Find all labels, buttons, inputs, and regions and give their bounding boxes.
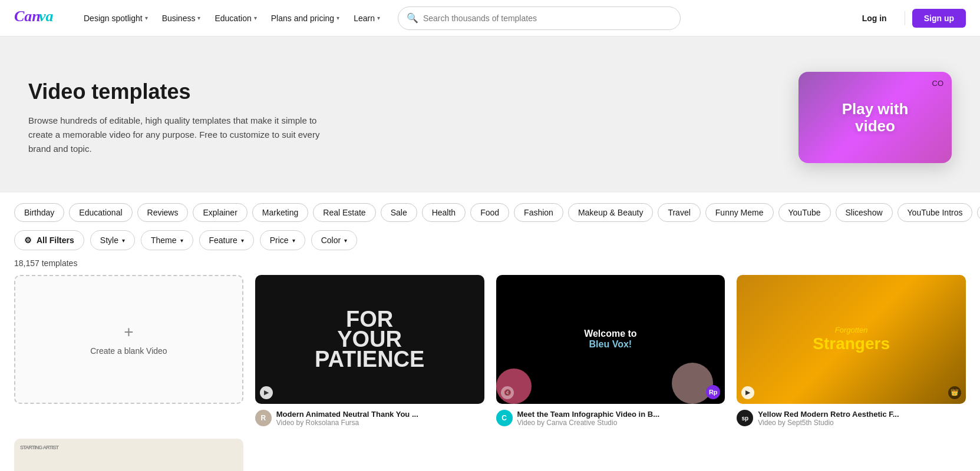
- category-pill-realestate[interactable]: Real Estate: [313, 203, 375, 222]
- canva-rp-badge: Rp: [706, 385, 720, 399]
- price-filter-button[interactable]: Price ▾: [260, 230, 305, 250]
- svg-text:Can: Can: [14, 8, 41, 25]
- chevron-down-icon: ▾: [241, 237, 244, 244]
- thumb-event-info: STARTING ARTIST: [20, 445, 58, 450]
- login-button[interactable]: Log in: [852, 9, 897, 28]
- category-pill-educational[interactable]: Educational: [69, 203, 132, 222]
- play-button[interactable]: 🔇: [501, 386, 514, 399]
- nav-business[interactable]: Business ▾: [156, 10, 207, 26]
- category-pill-travel[interactable]: Travel: [658, 203, 700, 222]
- svg-text:va: va: [39, 8, 54, 25]
- navbar: Can va Design spotlight ▾ Business ▾ Edu…: [0, 0, 980, 37]
- play-button[interactable]: ▶: [741, 386, 754, 399]
- play-indicator: ▶: [741, 386, 754, 399]
- hero-logo: CO: [932, 79, 944, 88]
- category-pill-sliceshow[interactable]: Sliceshow: [836, 203, 893, 222]
- feature-filter-button[interactable]: Feature ▾: [199, 230, 254, 250]
- chevron-down-icon: ▾: [122, 237, 125, 244]
- category-pill-birthday[interactable]: Birthday: [14, 203, 64, 222]
- thumb-text: Welcome toBleu Vox!: [578, 323, 643, 356]
- template-title: Meet the Team Infographic Video in B...: [517, 410, 725, 419]
- deco-circle: [672, 363, 713, 404]
- divider: [905, 11, 905, 25]
- template-subtitle: Video by Canva Creative Studio: [517, 419, 725, 427]
- category-pill-youtube[interactable]: YouTube: [778, 203, 831, 222]
- chevron-down-icon: ▾: [377, 15, 380, 21]
- search-input[interactable]: [423, 14, 672, 23]
- template-thumbnail: Welcome toBleu Vox! 🔇 Rp: [496, 275, 725, 404]
- category-scroll-next[interactable]: ›: [977, 204, 980, 221]
- category-pill-funnymeme[interactable]: Funny Meme: [705, 203, 774, 222]
- canva-logo[interactable]: Can va: [14, 7, 61, 29]
- template-info: C Meet the Team Infographic Video in B..…: [496, 410, 725, 427]
- template-thumbnail: Forgotten Strangers ▶ 👑: [737, 275, 966, 404]
- chevron-down-icon: ▾: [336, 15, 339, 21]
- template-thumbnail: STARTING ARTIST LIVEMUSIC 09/20 - 09/24 …: [14, 439, 243, 471]
- chevron-down-icon: ▾: [292, 237, 295, 244]
- style-filter-button[interactable]: Style ▾: [90, 230, 135, 250]
- chevron-down-icon: ▾: [145, 15, 148, 21]
- hero-promo-text: Play with video: [842, 101, 909, 134]
- color-filter-button[interactable]: Color ▾: [311, 230, 357, 250]
- template-card-livemusic[interactable]: STARTING ARTIST LIVEMUSIC 09/20 - 09/24 …: [14, 439, 243, 471]
- nav-education[interactable]: Education ▾: [209, 10, 262, 26]
- create-blank-card[interactable]: + Create a blank Video: [14, 275, 243, 427]
- hero-section: Video templates Browse hundreds of edita…: [0, 37, 980, 193]
- play-indicator: ▶: [260, 386, 273, 399]
- create-blank-area[interactable]: + Create a blank Video: [14, 275, 243, 404]
- category-pill-makeupbeauty[interactable]: Makeup & Beauty: [568, 203, 654, 222]
- play-button[interactable]: ▶: [260, 386, 273, 399]
- category-pill-explainer[interactable]: Explainer: [193, 203, 247, 222]
- category-pill-food[interactable]: Food: [470, 203, 509, 222]
- template-subtitle: Video by Sept5th Studio: [758, 419, 966, 427]
- template-text: Yellow Red Modern Retro Aesthetic F... V…: [758, 410, 966, 427]
- filter-icon: ⚙: [24, 236, 32, 245]
- chevron-down-icon: ▾: [344, 237, 347, 244]
- filter-row: ⚙ All Filters Style ▾ Theme ▾ Feature ▾ …: [0, 222, 980, 256]
- template-card-patience[interactable]: FORYOURPATIENCE ▶ R Modern Animated Neut…: [255, 275, 484, 427]
- plus-icon: +: [124, 323, 133, 341]
- category-pill-marketing[interactable]: Marketing: [252, 203, 308, 222]
- hero-promo-image: CO Play with video: [798, 72, 952, 163]
- template-text: Modern Animated Neutral Thank You ... Vi…: [276, 410, 484, 427]
- template-info: R Modern Animated Neutral Thank You ... …: [255, 410, 484, 427]
- template-title: Yellow Red Modern Retro Aesthetic F...: [758, 410, 966, 419]
- template-thumbnail: FORYOURPATIENCE ▶: [255, 275, 484, 404]
- category-pill-sale[interactable]: Sale: [381, 203, 417, 222]
- thumb-text: FORYOURPATIENCE: [315, 309, 425, 370]
- all-filters-button[interactable]: ⚙ All Filters: [14, 230, 84, 250]
- template-count: 18,157 templates: [0, 256, 980, 275]
- crown-badge: 👑: [948, 386, 961, 399]
- hero-text: Video templates Browse hundreds of edita…: [28, 79, 335, 156]
- category-pill-fashion[interactable]: Fashion: [514, 203, 563, 222]
- nav-plans-pricing[interactable]: Plans and pricing ▾: [265, 10, 345, 26]
- category-bar: Birthday Educational Reviews Explainer M…: [0, 193, 980, 222]
- signup-button[interactable]: Sign up: [912, 9, 966, 28]
- template-card-welcome[interactable]: Welcome toBleu Vox! 🔇 Rp C Meet the Team…: [496, 275, 725, 427]
- category-pill-youtubeintros[interactable]: YouTube Intros: [897, 203, 973, 222]
- avatar: sp: [737, 410, 753, 426]
- chevron-down-icon: ▾: [197, 15, 200, 21]
- avatar: R: [255, 410, 272, 426]
- nav-design-spotlight[interactable]: Design spotlight ▾: [78, 10, 154, 26]
- category-pill-health[interactable]: Health: [422, 203, 466, 222]
- thumb-text: Forgotten Strangers: [813, 326, 890, 353]
- chevron-down-icon: ▾: [180, 237, 183, 244]
- search-bar[interactable]: 🔍: [398, 6, 681, 30]
- theme-filter-button[interactable]: Theme ▾: [141, 230, 193, 250]
- category-pill-reviews[interactable]: Reviews: [137, 203, 189, 222]
- search-icon: 🔍: [407, 12, 418, 24]
- nav-learn[interactable]: Learn ▾: [348, 10, 386, 26]
- template-card-strangers[interactable]: Forgotten Strangers ▶ 👑 sp Yellow Red Mo…: [737, 275, 966, 427]
- play-indicator: 🔇: [501, 386, 514, 399]
- hero-description: Browse hundreds of editable, high qualit…: [28, 114, 335, 156]
- chevron-down-icon: ▾: [254, 15, 257, 21]
- nav-right: Log in Sign up: [852, 9, 966, 28]
- template-title: Modern Animated Neutral Thank You ...: [276, 410, 484, 419]
- create-blank-label: Create a blank Video: [90, 346, 167, 356]
- template-subtitle: Video by Roksolana Fursa: [276, 419, 484, 427]
- template-grid: + Create a blank Video FORYOURPATIENCE ▶…: [0, 275, 980, 471]
- avatar: C: [496, 410, 513, 426]
- template-text: Meet the Team Infographic Video in B... …: [517, 410, 725, 427]
- page-title: Video templates: [28, 79, 335, 104]
